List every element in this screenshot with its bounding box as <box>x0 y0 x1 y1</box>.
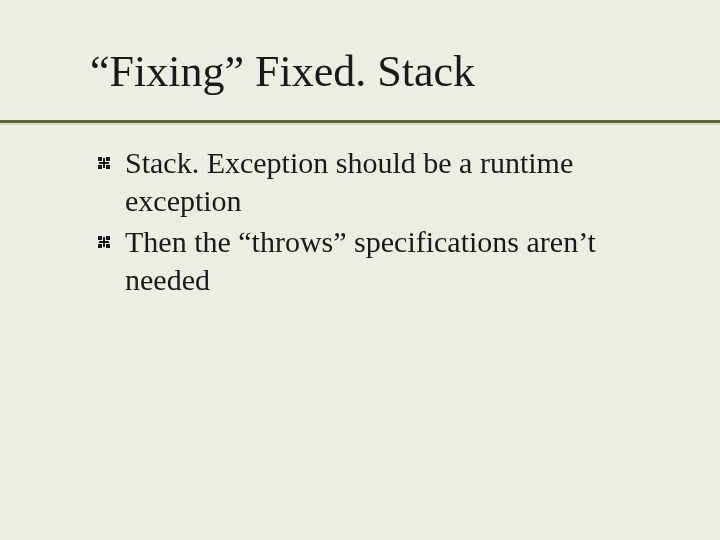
svg-rect-0 <box>98 157 102 161</box>
svg-rect-11 <box>103 237 105 247</box>
svg-rect-8 <box>98 244 102 248</box>
list-item-text: Stack. Exception should be a runtime exc… <box>125 146 573 217</box>
svg-rect-2 <box>98 165 102 169</box>
svg-rect-5 <box>103 158 105 168</box>
title-container: “Fixing” Fixed. Stack <box>0 0 720 96</box>
bullet-icon <box>95 154 113 172</box>
svg-rect-3 <box>106 165 110 169</box>
slide: “Fixing” Fixed. Stack Stack. Exception s… <box>0 0 720 540</box>
list-item-text: Then the “throws” specifications aren’t … <box>125 225 596 296</box>
list-item: Stack. Exception should be a runtime exc… <box>95 144 670 219</box>
list-item: Then the “throws” specifications aren’t … <box>95 223 670 298</box>
svg-rect-9 <box>106 244 110 248</box>
svg-rect-1 <box>106 157 110 161</box>
svg-rect-7 <box>106 236 110 240</box>
content-area: Stack. Exception should be a runtime exc… <box>0 96 720 298</box>
svg-rect-6 <box>98 236 102 240</box>
horizontal-rule-shadow <box>0 123 720 125</box>
slide-title: “Fixing” Fixed. Stack <box>90 48 720 96</box>
bullet-icon <box>95 233 113 251</box>
